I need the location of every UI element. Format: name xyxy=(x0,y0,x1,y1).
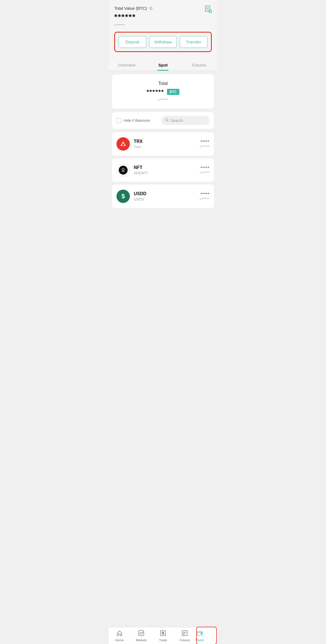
deposit-button[interactable]: Deposit xyxy=(118,36,146,48)
search-box[interactable]: Search xyxy=(161,116,210,125)
usdd-name: USDD xyxy=(134,197,196,201)
filter-row: Hide 0 Balances Search xyxy=(112,112,214,129)
hide-zero-area[interactable]: Hide 0 Balances xyxy=(116,118,157,123)
total-card: Total ****** BTC ≈****** xyxy=(112,74,214,109)
total-card-amount: ****** BTC xyxy=(118,88,208,96)
svg-line-5 xyxy=(211,12,212,13)
trx-icon xyxy=(116,137,130,151)
trx-balance: ***** ≈***** xyxy=(200,139,210,149)
tab-spot[interactable]: Spot xyxy=(145,59,181,71)
btc-badge: BTC xyxy=(167,89,179,95)
nft-balance: ***** ≈***** xyxy=(200,166,210,175)
trx-approx: ≈***** xyxy=(200,145,210,149)
tab-overview[interactable]: Overview xyxy=(109,59,145,71)
nft-amount: ***** xyxy=(200,166,210,170)
action-buttons-wrapper: Deposit Withdraw Transfer xyxy=(114,32,212,52)
search-icon xyxy=(165,118,169,123)
search-placeholder: Search xyxy=(171,118,183,123)
report-icon[interactable] xyxy=(205,6,212,14)
trx-symbol: TRX xyxy=(134,139,196,144)
usdd-symbol: USDD xyxy=(134,191,196,196)
coin-card-nft[interactable]: NFT APENFT ***** ≈***** xyxy=(112,158,214,182)
tab-bar: Overview Spot Futures xyxy=(109,59,217,71)
total-value-approx: ≈****** xyxy=(114,23,212,27)
coin-card-trx[interactable]: TRX Tron ***** ≈***** xyxy=(112,132,214,156)
hide-zero-checkbox[interactable] xyxy=(116,118,121,123)
usdd-icon: $ xyxy=(116,190,130,203)
usdd-balance: ***** ≈***** xyxy=(200,192,210,201)
header: Total Value (BTC) ⊘ ****** ≈****** Depos… xyxy=(109,0,217,59)
usdd-info: USDD USDD xyxy=(134,191,196,201)
action-buttons: Deposit Withdraw Transfer xyxy=(118,36,208,48)
hide-balance-icon[interactable]: ⊘ xyxy=(149,6,153,11)
nft-symbol: NFT xyxy=(134,165,196,170)
transfer-button[interactable]: Transfer xyxy=(180,36,208,48)
nft-info: NFT APENFT xyxy=(134,165,196,175)
hide-zero-label: Hide 0 Balances xyxy=(124,118,150,123)
trx-name: Tron xyxy=(134,145,196,149)
coin-card-usdd[interactable]: $ USDD USDD ***** ≈***** xyxy=(112,185,214,208)
total-value-amount: ****** xyxy=(114,13,212,21)
nft-icon xyxy=(116,163,130,177)
trx-amount: ***** xyxy=(200,139,210,144)
trx-info: TRX Tron xyxy=(134,139,196,149)
total-value-label: Total Value (BTC) ⊘ xyxy=(114,6,212,11)
usdd-amount: ***** xyxy=(200,192,210,196)
total-stars: ****** xyxy=(147,88,164,96)
withdraw-button[interactable]: Withdraw xyxy=(149,36,177,48)
nft-name: APENFT xyxy=(134,171,196,175)
nft-approx: ≈***** xyxy=(200,171,210,175)
svg-point-10 xyxy=(122,168,124,171)
svg-line-7 xyxy=(168,121,169,122)
usdd-approx: ≈***** xyxy=(200,197,210,201)
total-card-approx: ≈****** xyxy=(118,98,208,102)
total-card-label: Total xyxy=(118,81,208,86)
tab-futures[interactable]: Futures xyxy=(181,59,217,71)
main-content: Total ****** BTC ≈****** Hide 0 Balances… xyxy=(109,71,217,234)
